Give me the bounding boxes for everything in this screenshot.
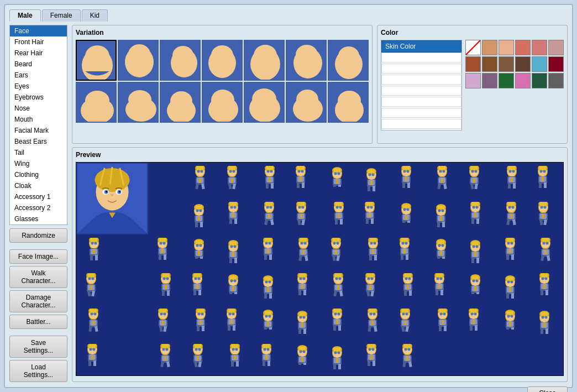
svg-rect-440 <box>374 255 377 260</box>
color-type-empty3[interactable] <box>381 75 461 85</box>
svg-rect-301 <box>474 213 476 217</box>
category-accessory1[interactable]: Accessory 1 <box>10 191 67 202</box>
variation-item-2[interactable] <box>160 40 201 81</box>
swatch-5[interactable] <box>548 40 564 55</box>
svg-point-670 <box>545 273 548 278</box>
color-type-list: Skin Color <box>381 40 462 130</box>
category-ears[interactable]: Ears <box>10 70 67 81</box>
svg-rect-297 <box>442 222 445 227</box>
svg-rect-933 <box>333 364 336 369</box>
svg-rect-231 <box>264 219 268 225</box>
svg-point-113 <box>337 173 340 175</box>
svg-point-295 <box>441 210 444 212</box>
svg-point-958 <box>408 348 411 351</box>
save-settings-button[interactable]: Save Settings... <box>9 336 67 358</box>
variation-item-12[interactable] <box>286 82 327 123</box>
load-settings-button[interactable]: Load Settings... <box>9 360 67 382</box>
swatch-17[interactable] <box>548 73 564 88</box>
color-type-empty2[interactable] <box>381 64 461 74</box>
face-image-button[interactable]: Face Image... <box>9 249 67 264</box>
swatch-7[interactable] <box>482 56 497 72</box>
svg-point-698 <box>164 313 166 316</box>
svg-point-307 <box>473 206 475 209</box>
variation-item-9[interactable] <box>160 82 201 123</box>
variation-item-5[interactable] <box>286 40 327 81</box>
swatch-11[interactable] <box>548 56 564 72</box>
variation-item-10[interactable] <box>202 82 243 123</box>
color-type-empty6[interactable] <box>381 108 461 118</box>
variation-item-8[interactable] <box>118 82 159 123</box>
swatch-10[interactable] <box>532 56 547 72</box>
color-type-empty7[interactable] <box>381 119 461 129</box>
color-type-empty5[interactable] <box>381 97 461 107</box>
category-cloak[interactable]: Cloak <box>10 180 67 191</box>
swatch-15[interactable] <box>515 73 531 88</box>
svg-rect-868 <box>160 361 164 367</box>
category-beard[interactable]: Beard <box>10 59 67 70</box>
svg-rect-829 <box>506 327 509 330</box>
tab-kid[interactable]: Kid <box>82 9 108 22</box>
randomize-button[interactable]: Randomize <box>9 228 67 243</box>
swatch-8[interactable] <box>499 56 514 72</box>
category-nose[interactable]: Nose <box>10 103 67 114</box>
swatch-12[interactable] <box>465 73 481 88</box>
svg-point-150 <box>443 166 445 170</box>
svg-point-555 <box>234 280 237 283</box>
variation-item-13[interactable] <box>328 82 369 123</box>
color-type-empty4[interactable] <box>381 86 461 96</box>
swatch-14[interactable] <box>499 73 514 88</box>
color-type-skin[interactable]: Skin Color <box>381 40 461 53</box>
svg-rect-184 <box>542 177 544 181</box>
swatch-16[interactable] <box>532 73 547 88</box>
swatch-1[interactable] <box>482 40 497 55</box>
category-facial-mark[interactable]: Facial Mark <box>10 125 67 136</box>
svg-point-50 <box>119 191 120 192</box>
swatch-9[interactable] <box>515 56 531 72</box>
sprite-cell-1-10 <box>494 198 526 234</box>
variation-item-11[interactable] <box>244 82 285 123</box>
svg-point-438 <box>374 242 376 245</box>
svg-point-29 <box>170 91 192 111</box>
svg-point-853 <box>90 348 92 351</box>
sprite-cell-4-3 <box>148 305 180 341</box>
category-rear-hair[interactable]: Rear Hair <box>10 48 67 59</box>
category-accessory2[interactable]: Accessory 2 <box>10 202 67 213</box>
category-mouth[interactable]: Mouth <box>10 114 67 125</box>
category-tail[interactable]: Tail <box>10 147 67 158</box>
swatch-none[interactable] <box>465 40 481 55</box>
variation-item-7[interactable] <box>76 82 117 123</box>
variation-item-1[interactable] <box>118 40 159 81</box>
sprite-cell-4-1 <box>528 270 560 305</box>
svg-point-645 <box>473 280 475 283</box>
swatch-4[interactable] <box>532 40 547 55</box>
svg-rect-414 <box>305 255 308 261</box>
category-beast-ears[interactable]: Beast Ears <box>10 136 67 147</box>
swatch-3[interactable] <box>515 40 531 55</box>
variation-item-3[interactable] <box>202 40 243 81</box>
battler-button[interactable]: Battler... <box>9 315 67 329</box>
swatch-6[interactable] <box>465 56 481 72</box>
category-clothing[interactable]: Clothing <box>10 169 67 180</box>
category-wing[interactable]: Wing <box>10 158 67 169</box>
category-face[interactable]: Face <box>10 25 67 36</box>
swatch-2[interactable] <box>499 40 514 55</box>
variation-item-6[interactable] <box>328 40 369 81</box>
damage-character-button[interactable]: Damage Character... <box>9 290 67 312</box>
walk-character-button[interactable]: Walk Character... <box>9 266 67 288</box>
close-button[interactable]: Close <box>527 386 568 392</box>
color-type-empty1[interactable] <box>381 53 461 62</box>
category-eyes[interactable]: Eyes <box>10 81 67 92</box>
category-glasses[interactable]: Glasses <box>10 213 67 224</box>
svg-point-267 <box>371 202 374 206</box>
sprite-cell-5-6 <box>217 341 249 376</box>
category-eyebrows[interactable]: Eyebrows <box>10 92 67 103</box>
category-front-hair[interactable]: Front Hair <box>10 36 67 48</box>
swatch-13[interactable] <box>482 73 497 88</box>
svg-rect-626 <box>438 284 440 289</box>
variation-item-4[interactable] <box>244 40 285 81</box>
svg-point-502 <box>543 242 545 245</box>
variation-item-0[interactable] <box>76 40 117 81</box>
tab-female[interactable]: Female <box>42 9 81 22</box>
tab-male[interactable]: Male <box>9 9 41 22</box>
sprite-cell-5-2 <box>528 305 560 341</box>
